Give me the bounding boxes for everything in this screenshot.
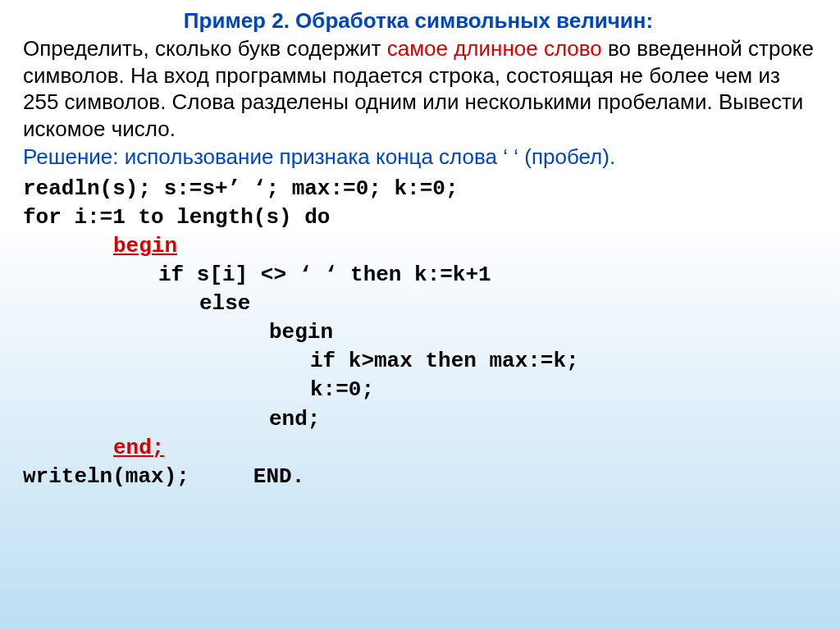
code-line: k:=0; — [23, 376, 814, 404]
code-line: readln(s); s:=s+’ ‘; max:=0; k:=0; — [23, 175, 814, 203]
code-line: else — [23, 290, 814, 318]
intro-highlight: самое длинное слово — [387, 36, 602, 61]
keyword-end: end; — [113, 436, 164, 460]
solution-note: Решение: использование признака конца сл… — [23, 144, 814, 171]
keyword-begin: begin — [113, 234, 177, 258]
intro-text-1: Определить, сколько букв содержит — [23, 36, 387, 61]
code-line: for i:=1 to length(s) do — [23, 203, 814, 232]
page-title: Пример 2. Обработка символьных величин: — [23, 8, 814, 34]
code-line: writeln(max); END. — [23, 463, 814, 491]
code-line: end; — [23, 405, 814, 434]
code-end: END. — [253, 464, 304, 489]
code-line: begin — [23, 318, 814, 347]
code-line: if s[i] <> ‘ ‘ then k:=k+1 — [23, 261, 814, 290]
code-block: readln(s); s:=s+’ ‘; max:=0; k:=0; for i… — [23, 175, 814, 491]
code-line: if k>max then max:=k; — [23, 347, 814, 376]
code-line: begin — [23, 232, 814, 261]
code-writeln: writeln(max); — [23, 464, 189, 489]
code-line: end; — [23, 434, 814, 463]
problem-statement: Определить, сколько букв содержит самое … — [23, 35, 814, 142]
